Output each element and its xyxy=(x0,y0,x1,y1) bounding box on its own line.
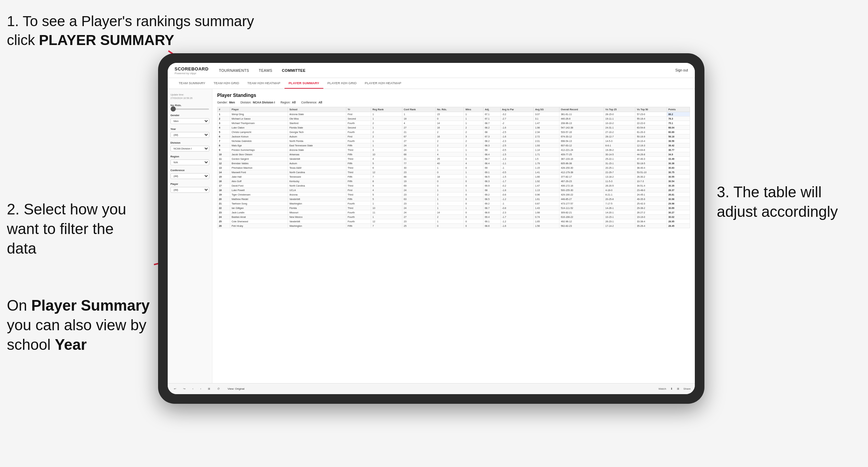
cell-yr: Third xyxy=(346,206,371,210)
cell-player: Maxwell Ford xyxy=(230,170,288,175)
cell-record: 309-82-21 xyxy=(559,210,604,215)
cell-rank: 13 xyxy=(218,166,230,170)
cell-record: 428-150-30 xyxy=(559,166,604,170)
cell-v50: 35-26-4 xyxy=(635,224,667,228)
table-row[interactable]: 15 Jake Hall Tennessee Fifth 7 88 18 1 6… xyxy=(218,175,690,179)
cell-record: 605-96-38 xyxy=(559,161,604,166)
cell-reg-rank: 12 xyxy=(371,219,402,224)
gender-select[interactable]: Men xyxy=(170,118,209,124)
table-row[interactable]: 19 Tiger Christensen Arizona Third 5 23 … xyxy=(218,192,690,197)
table-row[interactable]: 12 Brendan Valdes Auburn Fifth 5 77 40 4… xyxy=(218,161,690,166)
conference-select[interactable]: (All) xyxy=(170,173,209,179)
division-select[interactable]: NCAA Division I xyxy=(170,146,209,152)
cell-rds: 1 xyxy=(435,188,464,192)
cell-conf-rank: 27 xyxy=(402,139,436,143)
cell-v50: 49-35-9 xyxy=(635,197,667,201)
cell-rds: 0 xyxy=(435,224,464,228)
table-row[interactable]: 10 Jacob Skov Olesen Arkansas Fifth 10 6… xyxy=(218,152,690,157)
col-conf-rank: Conf Rank xyxy=(402,107,436,112)
cell-wins: 0 xyxy=(464,224,483,228)
division-label: Division xyxy=(170,141,209,144)
no-rids-slider[interactable] xyxy=(170,109,209,110)
table-row[interactable]: 3 Michael Thorbjornsen Stanford Fourth 2… xyxy=(218,121,690,125)
cell-avg-sg: 1.93 xyxy=(534,143,559,148)
nav-tournaments[interactable]: TOURNAMENTS xyxy=(219,68,249,73)
watch-btn[interactable]: Watch xyxy=(658,387,666,390)
cell-reg-rank: 4 xyxy=(371,188,402,192)
cell-school: Vanderbilt xyxy=(288,197,346,201)
cell-rank: 22 xyxy=(218,206,230,210)
cell-record: 698-54-13 xyxy=(559,139,604,143)
table-row[interactable]: 5 Christo Lamprecht Georgia Tech Fourth … xyxy=(218,130,690,134)
cell-rds: 1 xyxy=(435,206,464,210)
table-row[interactable]: 24 Bastian Amat New Mexico Fourth 1 27 2… xyxy=(218,215,690,219)
cell-v50: 26-27-2 xyxy=(635,210,667,215)
table-row[interactable]: 23 Jack Lundin Missouri Fourth 11 24 14 … xyxy=(218,210,690,215)
cell-rank: 24 xyxy=(218,215,230,219)
table-row[interactable]: 9 Preston Summerhays Arizona State Third… xyxy=(218,148,690,152)
table-row[interactable]: 21 Taehoon Song Washington Fourth 1 23 1… xyxy=(218,201,690,206)
col-to-par: Avg to Par xyxy=(500,107,533,112)
undo-btn[interactable]: ↩ xyxy=(172,387,178,391)
cell-rank: 3 xyxy=(218,121,230,125)
cell-adj: 68.5 xyxy=(483,197,500,201)
cell-rds: 14 xyxy=(435,210,464,215)
redo-btn[interactable]: ↪ xyxy=(181,387,188,391)
table-row[interactable]: 1 Wenyi Ding Arizona State First 1 1 15 … xyxy=(218,112,690,116)
subnav-player-h2h-heatmap[interactable]: PLAYER H2H HEATMAP xyxy=(361,78,405,89)
subnav-player-summary[interactable]: PLAYER SUMMARY xyxy=(285,78,323,89)
table-row[interactable]: 20 Matthew Riedel Vanderbilt Fifth 5 63 … xyxy=(218,197,690,201)
table-row[interactable]: 7 Nicholas Gabrielck North Florida Fourt… xyxy=(218,139,690,143)
sign-out-link[interactable]: Sign out xyxy=(675,68,688,72)
back-btn[interactable]: ‹ xyxy=(190,387,196,391)
subnav-team-h2h-grid[interactable]: TEAM H2H GRID xyxy=(209,78,243,89)
cell-record: 412-221-24 xyxy=(559,148,604,152)
share-btn[interactable]: Share xyxy=(683,387,691,390)
cell-avg-sg: 0.96 xyxy=(534,192,559,197)
table-row[interactable]: 17 David Ford North Carolina Third 9 69 … xyxy=(218,184,690,188)
subnav-team-summary[interactable]: TEAM SUMMARY xyxy=(175,78,209,89)
table-row[interactable]: 18 Luke Powell UCLA First 4 24 1 1 68 -1… xyxy=(218,188,690,192)
table-row[interactable]: 26 Petr Hruby Washington Fifth 7 25 0 0 … xyxy=(218,224,690,228)
table-row[interactable]: 8 Mats Ege East Tennessee State Fifth 1 … xyxy=(218,143,690,148)
cell-reg-rank: 11 xyxy=(371,210,402,215)
cell-record: 616-168-22 xyxy=(559,215,604,219)
table-row[interactable]: 25 Cole Sherwood Vanderbilt Fourth 12 23… xyxy=(218,219,690,224)
cell-rank: 26 xyxy=(218,224,230,228)
cell-wins: 3 xyxy=(464,134,483,139)
cell-v25: 22-29-7 xyxy=(604,170,635,175)
subnav-team-h2h-heatmap[interactable]: TEAM H2H HEATMAP xyxy=(243,78,285,89)
region-select[interactable]: N/A xyxy=(170,159,209,165)
download-btn[interactable]: ⬇ xyxy=(670,387,673,390)
forward-btn[interactable]: › xyxy=(198,387,203,391)
grid-btn[interactable]: ⊞ xyxy=(677,387,679,390)
cell-avg-sg: 1.43 xyxy=(534,206,559,210)
table-row[interactable]: 16 Alex Goff Kentucky Fifth 8 19 0 0 68.… xyxy=(218,179,690,184)
cell-record: 607-63-12 xyxy=(559,143,604,148)
cell-conf-rank: 30 xyxy=(402,166,436,170)
year-select[interactable]: (All) xyxy=(170,132,209,138)
table-row[interactable]: 13 Phichaksn Maichon Texas A&M Third 6 3… xyxy=(218,166,690,170)
nav-links: TOURNAMENTS TEAMS COMMITTEE xyxy=(219,68,675,73)
table-row[interactable]: 22 Ian Gilligan Florida Third 10 24 1 1 … xyxy=(218,206,690,210)
nav-committee[interactable]: COMMITTEE xyxy=(282,68,305,73)
cell-adj: 69.9 xyxy=(483,184,500,188)
player-select[interactable]: (All) xyxy=(170,187,209,193)
table-row[interactable]: 6 Jackson Koivun Auburn First 2 67 16 3 … xyxy=(218,134,690,139)
cell-v50: 61-20-3 xyxy=(635,130,667,134)
cell-rank: 18 xyxy=(218,188,230,192)
view-label[interactable]: View: Original xyxy=(227,387,244,390)
cell-reg-rank: 2 xyxy=(371,134,402,139)
region-label: Region xyxy=(170,155,209,158)
cell-conf-rank: 1 xyxy=(402,112,436,116)
nav-teams[interactable]: TEAMS xyxy=(259,68,272,73)
copy-btn[interactable]: ⊞ xyxy=(206,387,212,391)
clock-btn[interactable]: ⏱ xyxy=(215,387,222,391)
table-row[interactable]: 2 Michael Le Sasso Ole Miss Second 1 18 … xyxy=(218,116,690,121)
table-row[interactable]: 4 Luke Claton Florida State Second 1 27 … xyxy=(218,125,690,130)
table-row[interactable]: 11 Gordon Sargent Vanderbilt Third 4 21 … xyxy=(218,157,690,161)
table-row[interactable]: 14 Maxwell Ford North Carolina Third 12 … xyxy=(218,170,690,175)
cell-yr: Fifth xyxy=(346,224,371,228)
cell-conf-rank: 23 xyxy=(402,201,436,206)
subnav-player-h2h-grid[interactable]: PLAYER H2H GRID xyxy=(323,78,361,89)
